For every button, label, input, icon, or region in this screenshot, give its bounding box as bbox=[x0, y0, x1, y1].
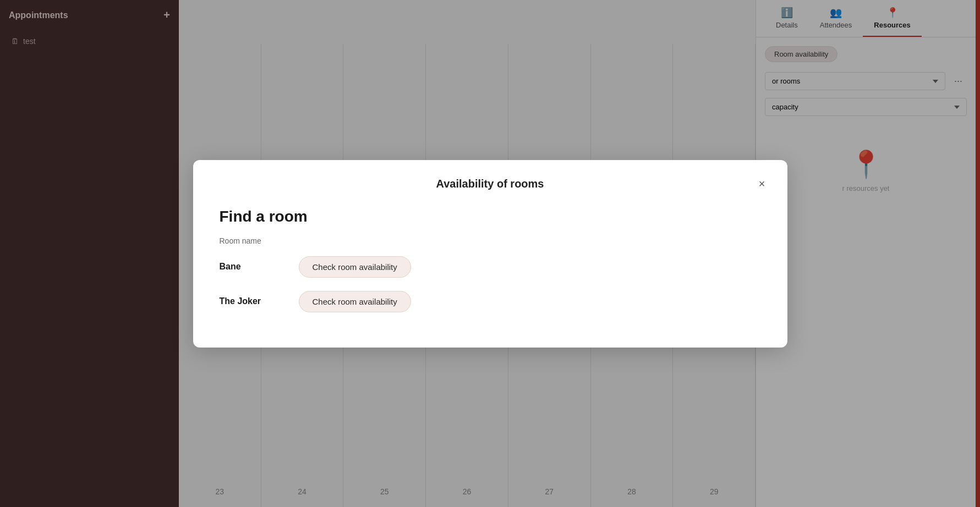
modal-header: Availability of rooms × bbox=[215, 178, 765, 190]
modal-body: Find a room Room name Bane Check room av… bbox=[215, 208, 765, 312]
modal-title: Availability of rooms bbox=[436, 178, 544, 190]
room-name-label: Room name bbox=[220, 236, 761, 245]
room-name-1: The Joker bbox=[220, 296, 286, 306]
check-availability-button-0[interactable]: Check room availability bbox=[299, 256, 411, 278]
find-room-title: Find a room bbox=[220, 208, 761, 225]
check-availability-button-1[interactable]: Check room availability bbox=[299, 291, 411, 312]
modal-close-button[interactable]: × bbox=[759, 178, 765, 189]
room-row-1: The Joker Check room availability bbox=[220, 291, 761, 312]
room-name-0: Bane bbox=[220, 262, 286, 272]
availability-modal: Availability of rooms × Find a room Room… bbox=[193, 160, 787, 348]
modal-overlay: Availability of rooms × Find a room Room… bbox=[0, 0, 980, 507]
room-row-0: Bane Check room availability bbox=[220, 256, 761, 278]
